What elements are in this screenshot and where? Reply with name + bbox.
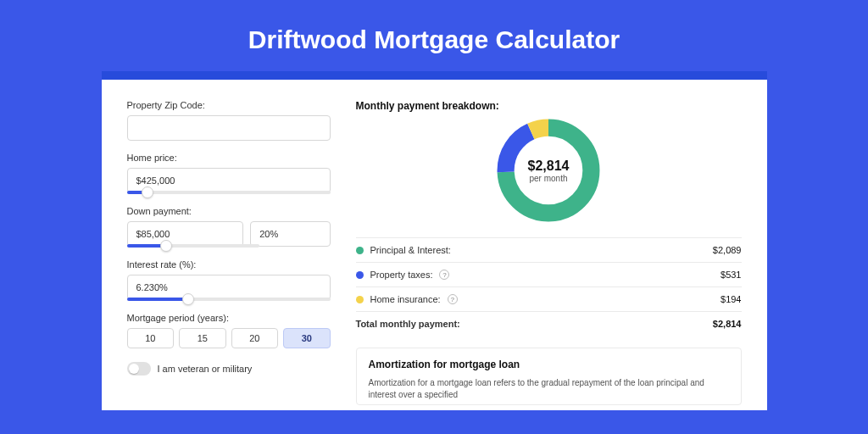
zip-code-label: Property Zip Code: — [127, 100, 331, 110]
down-payment-group: Down payment: — [127, 206, 331, 248]
legend-row-taxes: Property taxes: ? $531 — [356, 262, 742, 287]
home-price-slider[interactable] — [127, 191, 331, 194]
mortgage-period-label: Mortgage period (years): — [127, 313, 331, 323]
home-price-label: Home price: — [127, 153, 331, 163]
inputs-column: Property Zip Code: Home price: Down paym… — [127, 100, 331, 402]
amortization-body: Amortization for a mortgage loan refers … — [369, 377, 729, 401]
mortgage-period-group: Mortgage period (years): 10 15 20 30 — [127, 313, 331, 348]
interest-rate-group: Interest rate (%): — [127, 259, 331, 301]
legend-row-insurance: Home insurance: ? $194 — [356, 287, 742, 311]
down-payment-label: Down payment: — [127, 206, 331, 216]
mortgage-period-options: 10 15 20 30 — [127, 328, 331, 348]
legend-value-total: $2,814 — [713, 319, 742, 329]
legend-value-taxes: $531 — [721, 270, 741, 280]
down-payment-percent-input[interactable] — [250, 221, 330, 247]
legend-label-taxes: Property taxes: — [370, 270, 433, 280]
results-column: Monthly payment breakdown: $2,814 per mo… — [356, 100, 742, 402]
donut-center-period: per month — [529, 174, 567, 183]
home-price-group: Home price: — [127, 153, 331, 194]
zip-code-group: Property Zip Code: — [127, 100, 331, 141]
legend-row-total: Total monthly payment: $2,814 — [356, 311, 742, 336]
legend-value-insurance: $194 — [721, 294, 741, 304]
info-icon[interactable]: ? — [439, 270, 449, 280]
veteran-row: I am veteran or military — [127, 362, 331, 376]
calculator-card: Property Zip Code: Home price: Down paym… — [102, 71, 767, 410]
period-option-20[interactable]: 20 — [231, 328, 279, 348]
interest-rate-label: Interest rate (%): — [127, 259, 331, 270]
period-option-15[interactable]: 15 — [179, 328, 226, 348]
legend-dot-green — [356, 247, 364, 254]
legend-dot-yellow — [356, 296, 364, 303]
down-payment-amount-input[interactable] — [127, 221, 244, 247]
zip-code-input[interactable] — [127, 115, 331, 141]
info-icon[interactable]: ? — [448, 294, 458, 304]
legend-label-insurance: Home insurance: — [370, 294, 441, 304]
interest-rate-slider[interactable] — [127, 298, 331, 301]
legend-row-principal: Principal & Interest: $2,089 — [356, 237, 742, 262]
veteran-toggle[interactable] — [127, 362, 151, 376]
down-payment-slider[interactable] — [127, 244, 259, 248]
breakdown-heading: Monthly payment breakdown: — [356, 100, 742, 112]
donut-center-amount: $2,814 — [528, 159, 570, 174]
page-title: Driftwood Mortgage Calculator — [248, 25, 620, 54]
legend-value-principal: $2,089 — [713, 245, 742, 255]
period-option-10[interactable]: 10 — [127, 328, 175, 348]
interest-rate-input[interactable] — [127, 275, 331, 300]
amortization-box: Amortization for mortgage loan Amortizat… — [356, 348, 742, 405]
legend-label-principal: Principal & Interest: — [370, 245, 451, 255]
legend-dot-blue — [356, 271, 364, 279]
legend-label-total: Total monthly payment: — [356, 319, 460, 329]
home-price-input[interactable] — [127, 168, 331, 193]
donut-center: $2,814 per month — [495, 117, 602, 224]
veteran-label: I am veteran or military — [158, 364, 253, 374]
period-option-30[interactable]: 30 — [283, 328, 331, 348]
amortization-title: Amortization for mortgage loan — [369, 359, 729, 370]
donut-chart: $2,814 per month — [356, 117, 742, 224]
